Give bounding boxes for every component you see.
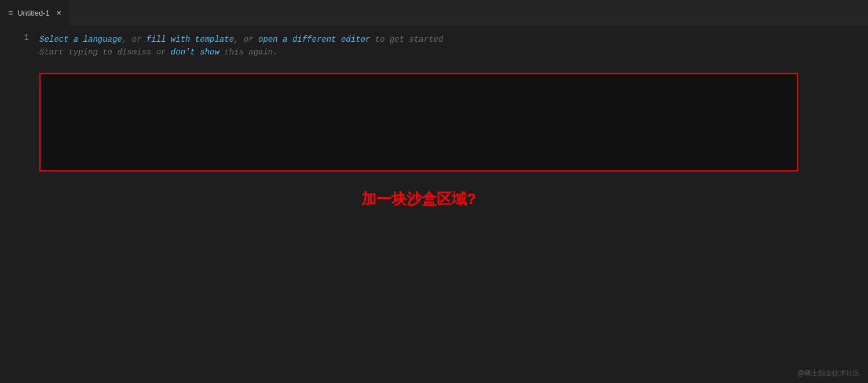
menu-icon: ≡ [8,8,13,17]
editor-area: 1 Select a language, or fill with templa… [0,26,868,383]
editor-tab[interactable]: ≡ Untitled-1 × [0,0,70,25]
watermark: @稀土掘金技术社区 [797,369,860,378]
hint-suffix: to get started [370,35,443,44]
line-numbers: 1 [0,32,35,383]
open-editor-link[interactable]: open a different editor [258,35,370,44]
hint-dismiss-suffix: this again. [219,48,278,57]
select-language-link[interactable]: Select a language [39,35,122,44]
line-number-1: 1 [0,33,29,42]
sandbox-box [39,73,798,172]
hint-dismiss-prefix: Start typing to dismiss or [39,48,171,57]
tab-bar: ≡ Untitled-1 × [0,0,868,26]
editor-content[interactable]: Select a language, or fill with template… [35,32,868,383]
hint-comma: , or [122,35,147,44]
hint-text-line2: Start typing to dismiss or don't show th… [39,46,868,59]
dont-show-link[interactable]: don't show [171,48,219,57]
fill-template-link[interactable]: fill with template [147,35,234,44]
hint-or: , or [234,35,258,44]
hint-text-line1: Select a language, or fill with template… [39,33,868,46]
sandbox-label: 加一块沙盒区域? [39,189,798,209]
tab-close-button[interactable]: × [57,8,61,17]
tab-title: Untitled-1 [17,9,50,17]
